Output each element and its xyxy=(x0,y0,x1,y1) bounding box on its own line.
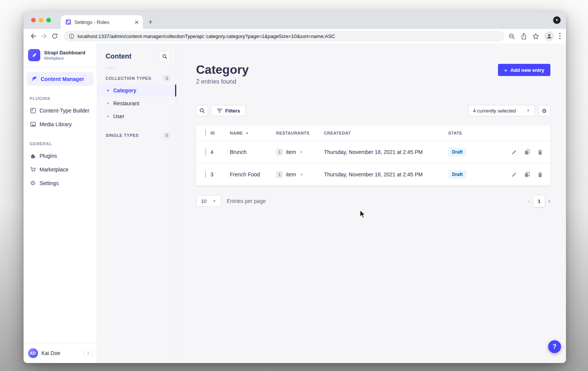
browser-tab[interactable]: Settings - Roles ✕ xyxy=(61,15,143,29)
workspace-brand[interactable]: Strapi Dashboard Workplace xyxy=(24,43,97,67)
strapi-logo-icon xyxy=(28,49,40,61)
column-header-restaurants[interactable]: RESTAURANTS xyxy=(276,131,324,135)
column-header-id[interactable]: ID xyxy=(210,131,230,135)
relation-label: item xyxy=(286,171,296,178)
status-badge: Draft xyxy=(448,170,466,179)
gear-icon: ⚙ xyxy=(30,180,36,186)
collapse-sidebar-button[interactable]: ‹ xyxy=(84,349,92,357)
column-header-name[interactable]: NAME▲ xyxy=(230,131,276,135)
relation-count-badge: 1 xyxy=(276,149,283,155)
strapi-favicon-icon xyxy=(65,19,71,25)
table-search-button[interactable] xyxy=(196,105,208,116)
filters-button[interactable]: Filters xyxy=(211,105,246,116)
content-subnav: Content COLLECTION TYPES 3 Category Rest… xyxy=(97,43,176,363)
new-tab-button[interactable]: + xyxy=(145,17,156,27)
browser-profile-icon[interactable] xyxy=(544,31,554,41)
cell-createdat: Thursday, November 18, 2021 at 2:45 PM xyxy=(324,171,448,178)
minimize-window-button[interactable] xyxy=(39,18,43,22)
sidebar-item-label: Marketplace xyxy=(40,166,68,173)
duplicate-button[interactable] xyxy=(524,149,530,155)
media-image-icon xyxy=(30,121,36,127)
add-new-entry-button[interactable]: + Add new entry xyxy=(498,64,550,76)
single-types-count-badge: 0 xyxy=(163,132,171,138)
chevron-down-icon[interactable]: ▼ xyxy=(300,173,303,176)
zoom-window-button[interactable] xyxy=(46,18,51,22)
cell-restaurants[interactable]: 1 item ▼ xyxy=(276,171,324,178)
table-header-row: ID NAME▲ RESTAURANTS CREATEDAT STATE xyxy=(196,125,550,141)
browser-menu-icon[interactable] xyxy=(559,33,561,40)
chevron-down-icon: ▼ xyxy=(526,109,530,113)
sidebar-item-label: Settings xyxy=(40,180,59,186)
address-bar[interactable]: localhost:1337/admin/content-manager/col… xyxy=(64,31,504,41)
help-button[interactable]: ? xyxy=(548,340,561,353)
cell-id: 4 xyxy=(210,149,230,155)
sidebar-item-label: Media Library xyxy=(40,121,72,127)
general-section-label: GENERAL xyxy=(24,131,97,149)
sidebar-item-plugins[interactable]: Plugins xyxy=(24,149,97,163)
subnav-title: Content xyxy=(106,52,131,60)
bookmark-star-icon[interactable] xyxy=(532,33,539,40)
column-header-createdat[interactable]: CREATEDAT xyxy=(324,131,448,135)
page-size-value: 10 xyxy=(201,198,206,204)
sidebar-item-label: Plugins xyxy=(40,153,57,159)
browser-window: Settings - Roles ✕ + ▼ localhost:1337/ad… xyxy=(24,11,566,363)
sidebar-item-marketplace[interactable]: Marketplace xyxy=(24,163,97,176)
forward-icon[interactable] xyxy=(39,31,49,41)
page-title: Category xyxy=(196,62,249,77)
columns-visibility-select[interactable]: 4 currently selected ▼ xyxy=(468,105,535,116)
gear-icon: ⚙ xyxy=(542,108,547,114)
table-settings-button[interactable]: ⚙ xyxy=(538,105,550,116)
page-size-select[interactable]: 10 ▼ xyxy=(196,195,221,207)
row-checkbox[interactable] xyxy=(205,171,206,178)
cell-name: French Food xyxy=(230,171,276,178)
reload-icon[interactable] xyxy=(49,31,60,41)
user-profile[interactable]: KD Kai Doe ‹ xyxy=(24,343,97,363)
sidebar-item-content-manager[interactable]: Content Manager xyxy=(27,72,94,86)
chevron-down-icon[interactable]: ▼ xyxy=(300,151,303,154)
row-checkbox[interactable] xyxy=(205,149,206,155)
duplicate-button[interactable] xyxy=(524,171,530,178)
table-row[interactable]: 4 Brunch 1 item ▼ Thursday, November 18,… xyxy=(196,141,550,163)
columns-select-value: 4 currently selected xyxy=(473,108,516,114)
subnav-search-button[interactable] xyxy=(159,51,170,62)
edit-button[interactable] xyxy=(511,172,517,178)
site-info-icon[interactable] xyxy=(69,33,74,39)
feather-pen-icon xyxy=(31,76,37,82)
current-page-button[interactable]: 1 xyxy=(533,195,545,207)
sidebar-item-content-type-builder[interactable]: Content-Type Builder xyxy=(24,104,97,117)
previous-page-button[interactable]: ‹ xyxy=(528,197,530,205)
collection-types-count-badge: 3 xyxy=(163,75,171,81)
workspace-title: Strapi Dashboard xyxy=(44,50,85,56)
sidebar-item-media-library[interactable]: Media Library xyxy=(24,117,97,131)
select-all-checkbox[interactable] xyxy=(205,129,206,136)
delete-button[interactable] xyxy=(537,172,543,178)
single-types-label: SINGLE TYPES xyxy=(106,133,139,138)
next-page-button[interactable]: › xyxy=(548,197,550,205)
delete-button[interactable] xyxy=(537,149,543,155)
subnav-item-category[interactable]: Category xyxy=(97,84,176,97)
zoom-icon[interactable] xyxy=(508,33,515,40)
close-window-button[interactable] xyxy=(31,18,36,22)
column-header-state[interactable]: STATE xyxy=(448,131,493,135)
user-avatar: KD xyxy=(28,348,38,358)
url-text: localhost:1337/admin/content-manager/col… xyxy=(77,33,335,39)
cell-id: 3 xyxy=(210,171,230,178)
toolbar-actions xyxy=(508,31,561,41)
sort-ascending-icon: ▲ xyxy=(245,131,248,135)
back-icon[interactable] xyxy=(28,31,39,41)
sidebar-item-label: Content Manager xyxy=(41,76,84,82)
strapi-admin-app: Strapi Dashboard Workplace Content Manag… xyxy=(24,43,566,363)
edit-button[interactable] xyxy=(511,149,517,155)
collection-types-label: COLLECTION TYPES xyxy=(106,76,151,81)
subnav-item-user[interactable]: User xyxy=(97,110,176,122)
bullet-icon xyxy=(107,90,109,91)
subnav-item-restaurant[interactable]: Restaurant xyxy=(97,97,176,109)
cell-restaurants[interactable]: 1 item ▼ xyxy=(276,149,324,155)
tab-strip-chevron-icon[interactable]: ▼ xyxy=(553,16,561,24)
window-controls xyxy=(31,18,51,22)
sidebar-item-settings[interactable]: ⚙ Settings xyxy=(24,176,97,190)
tab-close-icon[interactable]: ✕ xyxy=(134,19,139,25)
share-icon[interactable] xyxy=(520,33,527,40)
subnav-item-label: User xyxy=(113,113,125,119)
table-row[interactable]: 3 French Food 1 item ▼ Thursday, Novembe… xyxy=(196,163,550,186)
